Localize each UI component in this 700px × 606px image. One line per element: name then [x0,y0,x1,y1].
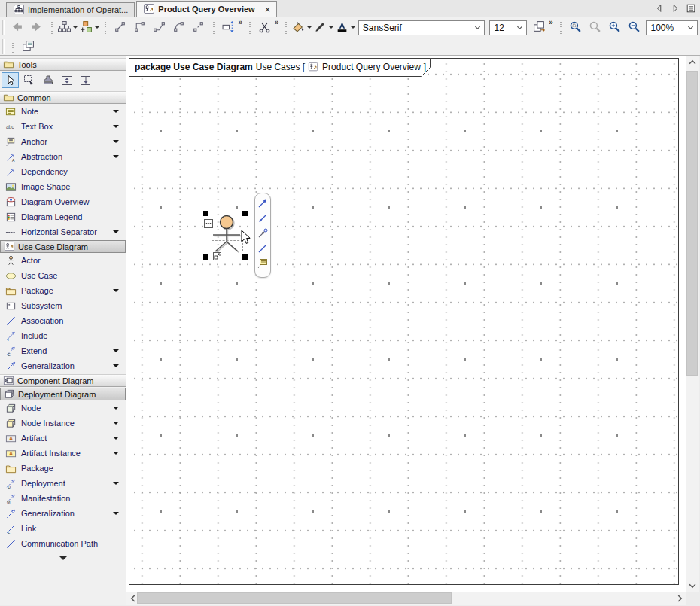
palette-item-actor[interactable]: Actor [0,253,126,268]
dashed-path-button[interactable] [190,19,208,37]
zoom-out-button[interactable] [625,19,643,37]
zoom-fit-button[interactable] [586,19,604,37]
containment-tree-button[interactable] [58,19,78,37]
palette-section-use-case-diagram[interactable]: Use Case Diagram [0,240,126,253]
tab-close-button[interactable]: × [265,5,271,14]
vertical-distribute-tool[interactable] [58,72,75,88]
expand-caret-icon[interactable] [113,125,119,128]
vertical-scroll-thumb[interactable] [686,71,698,376]
auto-resize-button[interactable] [213,252,221,260]
back-button[interactable] [8,19,26,37]
expand-caret-icon[interactable] [113,437,119,440]
diagram-canvas[interactable]: package Use Case Diagram Use Cases [ Pro… [126,56,686,592]
expand-caret-icon[interactable] [113,407,119,410]
dropdown-caret-icon[interactable] [73,26,78,29]
dropdown-caret-icon[interactable] [351,26,355,29]
scroll-tabs-right-button[interactable] [670,3,680,14]
association-handle-button[interactable] [257,242,269,254]
horizontal-distribute-tool[interactable] [77,72,94,88]
pen-color-button[interactable] [314,19,334,37]
palette-item-package[interactable]: Package [0,283,126,298]
expand-caret-icon[interactable] [113,289,119,292]
resize-handle-bottom-right[interactable] [242,254,248,260]
palette-item-extend[interactable]: EExtend [0,343,126,358]
toolbar-overflow-button[interactable]: » [275,18,279,26]
palette-section-deployment-diagram[interactable]: Deployment Diagram [0,388,126,400]
dropdown-caret-icon[interactable] [95,26,99,29]
expand-caret-icon[interactable] [113,512,119,515]
autosize-shape-button[interactable] [219,19,237,37]
palette-item-generalization[interactable]: Generalization [0,358,126,373]
tab-product-query-overview[interactable]: Product Query Overview× [136,1,277,17]
palette-section-component-diagram[interactable]: Component Diagram [0,374,126,387]
resize-handle-top-right[interactable] [242,211,248,216]
palette-item-association[interactable]: Association [0,313,126,328]
create-element-button[interactable] [79,19,99,37]
palette-item-include[interactable]: IInclude [0,328,126,343]
palette-item-image-shape[interactable]: Image Shape [0,179,126,194]
toolbar-overflow-button[interactable]: » [549,18,553,26]
scroll-tabs-left-button[interactable] [654,3,665,14]
expand-caret-icon[interactable] [113,349,119,352]
scroll-down-button[interactable] [686,579,699,592]
chevron-down-icon[interactable] [516,23,524,32]
dropdown-caret-icon[interactable] [307,26,312,29]
expand-caret-icon[interactable] [113,140,119,143]
palette-item-diagram-legend[interactable]: Diagram Legend [0,209,126,224]
copy-format-button[interactable] [530,19,548,37]
vertical-scrollbar[interactable] [686,56,699,592]
actor-name-editor[interactable] [212,240,243,251]
palette-item-generalization[interactable]: Generalization [0,506,126,521]
expand-caret-icon[interactable] [113,482,119,485]
zigzag-path-button[interactable] [151,19,169,37]
palette-item-note[interactable]: Note [0,104,126,119]
expand-caret-icon[interactable] [113,110,119,113]
anchor-note-button[interactable] [257,257,269,270]
expand-caret-icon[interactable] [113,364,119,367]
palette-item-use-case[interactable]: Use Case [0,268,126,283]
cut-button[interactable] [256,19,274,37]
related-elements-button[interactable] [19,38,37,56]
horizontal-scroll-thumb[interactable] [137,592,452,604]
cursor-tool[interactable] [2,72,19,88]
zoom-level-combo[interactable]: 100% [646,20,698,35]
directed-association-out-button[interactable] [257,197,269,209]
palette-item-artifact[interactable]: AArtifact [0,431,126,446]
zoom-in-button[interactable] [605,19,623,37]
expand-caret-icon[interactable] [113,422,119,425]
palette-item-artifact-instance[interactable]: AArtifact Instance [0,446,126,461]
palette-item-manifestation[interactable]: MManifestation [0,491,126,506]
dropdown-caret-icon[interactable] [329,26,333,29]
directed-association-in-button[interactable] [257,212,269,224]
palette-item-link[interactable]: LLink [0,521,126,536]
palette-item-text-box[interactable]: abcText Box [0,119,126,134]
font-family-combo[interactable]: SansSerif [358,20,485,35]
palette-section-common[interactable]: Common [0,91,126,104]
horizontal-scrollbar[interactable] [126,592,686,605]
tab-implementation-of-operat[interactable]: Implementation of Operat... [6,2,135,17]
expand-caret-icon[interactable] [113,155,119,158]
palette-item-node-instance[interactable]: Node Instance [0,416,126,431]
chevron-down-icon[interactable] [686,23,695,32]
resize-handle-bottom-left[interactable] [203,254,208,260]
palette-scroll-more-button[interactable] [0,551,126,560]
tab-list-button[interactable] [686,3,696,14]
palette-item-horizontal-separator[interactable]: Horizontal Separator [0,224,126,239]
font-size-combo[interactable]: 12 [489,20,527,35]
palette-item-dependency[interactable]: Dependency [0,164,126,179]
font-color-button[interactable] [335,19,355,37]
palette-item-node[interactable]: Node [0,400,126,416]
scroll-up-button[interactable] [686,56,699,69]
oblique-path-button[interactable] [111,19,129,37]
palette-item-diagram-overview[interactable]: Diagram Overview [0,194,126,209]
palette-item-anchor[interactable]: Anchor [0,134,126,149]
dependency-handle-button[interactable] [257,227,269,239]
palette-item-abstraction[interactable]: AAbstraction [0,149,126,164]
chevron-down-icon[interactable] [473,23,482,32]
palette-item-deployment[interactable]: DDeployment [0,476,126,491]
rectilinear-path-button[interactable] [131,19,149,37]
expand-caret-icon[interactable] [113,230,119,233]
resize-handle-top-left[interactable] [203,211,208,216]
palette-item-subsystem[interactable]: Subsystem [0,298,126,313]
palette-item-package[interactable]: Package [0,461,126,476]
